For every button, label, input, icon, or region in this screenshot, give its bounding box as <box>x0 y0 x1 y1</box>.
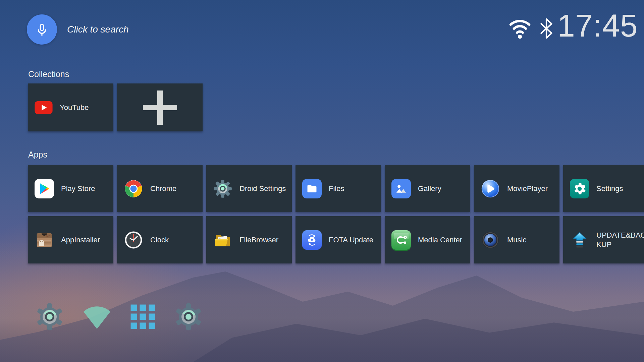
app-tile-update-backup[interactable]: UPDATE&BACKUP <box>563 216 644 263</box>
play-store-icon <box>35 179 54 198</box>
app-tile-clock[interactable]: Clock <box>117 216 203 263</box>
collections-row: YouTube <box>28 83 203 131</box>
status-area: 17:45 <box>508 10 638 42</box>
app-tile-label: Files <box>329 184 344 193</box>
gear-icon[interactable] <box>174 303 203 331</box>
app-tile-fota-update[interactable]: FOTA Update <box>296 216 381 263</box>
voice-search-button[interactable] <box>27 14 57 45</box>
file-browser-folder-icon <box>213 230 232 250</box>
app-tile-label: Droid Settings <box>239 184 286 193</box>
collections-section-title: Collections <box>28 69 69 79</box>
app-tile-movieplayer[interactable]: MoviePlayer <box>474 165 559 212</box>
app-tile-filebrowser[interactable]: FileBrowser <box>206 216 292 263</box>
bluetooth-icon <box>539 18 554 39</box>
app-tile-label: Gallery <box>418 184 441 193</box>
app-tile-label: Media Center <box>418 235 462 245</box>
plus-icon <box>143 90 177 125</box>
app-tile-label: FOTA Update <box>329 235 373 245</box>
movie-player-icon <box>481 179 500 198</box>
app-tile-label: UPDATE&BACKUP <box>596 231 644 249</box>
app-installer-box-icon: APP <box>35 230 54 250</box>
media-center-icon <box>391 230 411 250</box>
dock <box>36 303 203 331</box>
wifi-wedge-icon[interactable] <box>83 304 111 330</box>
music-speaker-icon <box>481 230 500 250</box>
app-tile-files[interactable]: Files <box>296 165 381 212</box>
app-tile-label: Clock <box>150 235 169 245</box>
add-collection-tile[interactable] <box>117 83 203 131</box>
app-tile-label: Play Store <box>61 184 95 193</box>
chrome-icon <box>124 179 143 198</box>
app-tile-play-store[interactable]: Play Store <box>28 165 113 212</box>
app-tile-settings[interactable]: Settings <box>563 165 644 212</box>
droid-settings-gear-icon <box>213 179 232 198</box>
app-tile-label: Settings <box>596 184 623 193</box>
app-tile-appinstaller[interactable]: APP AppInstaller <box>28 216 113 263</box>
app-tile-media-center[interactable]: Media Center <box>385 216 470 263</box>
gear-icon[interactable] <box>36 303 64 331</box>
app-tile-label: Music <box>507 235 526 245</box>
app-tile-music[interactable]: Music <box>474 216 559 263</box>
microphone-icon <box>35 22 49 37</box>
app-tile-droid-settings[interactable]: Droid Settings <box>206 165 292 212</box>
svg-text:APP: APP <box>46 235 52 238</box>
clock-time: 17:45 <box>557 10 638 42</box>
apps-grid: Play Store Chrome <box>28 165 644 263</box>
analog-clock-icon <box>124 230 143 250</box>
collection-tile-youtube[interactable]: YouTube <box>28 83 113 131</box>
app-tile-label: MoviePlayer <box>507 184 548 193</box>
app-tile-label: AppInstaller <box>61 235 100 245</box>
app-tile-label: FileBrowser <box>239 235 278 245</box>
wifi-icon <box>508 16 531 40</box>
gallery-icon <box>391 179 411 198</box>
apps-grid-icon[interactable] <box>130 304 156 329</box>
search-hint[interactable]: Click to search <box>67 14 129 45</box>
app-tile-gallery[interactable]: Gallery <box>385 165 470 212</box>
collection-tile-label: YouTube <box>60 103 89 112</box>
apps-section-title: Apps <box>28 150 47 160</box>
app-tile-label: Chrome <box>150 184 176 193</box>
settings-gear-icon <box>570 179 589 198</box>
youtube-icon <box>35 101 53 114</box>
update-backup-arrow-icon <box>570 230 589 250</box>
fota-update-cloud-icon <box>302 230 322 250</box>
files-folder-icon <box>302 179 322 198</box>
app-tile-chrome[interactable]: Chrome <box>117 165 203 212</box>
